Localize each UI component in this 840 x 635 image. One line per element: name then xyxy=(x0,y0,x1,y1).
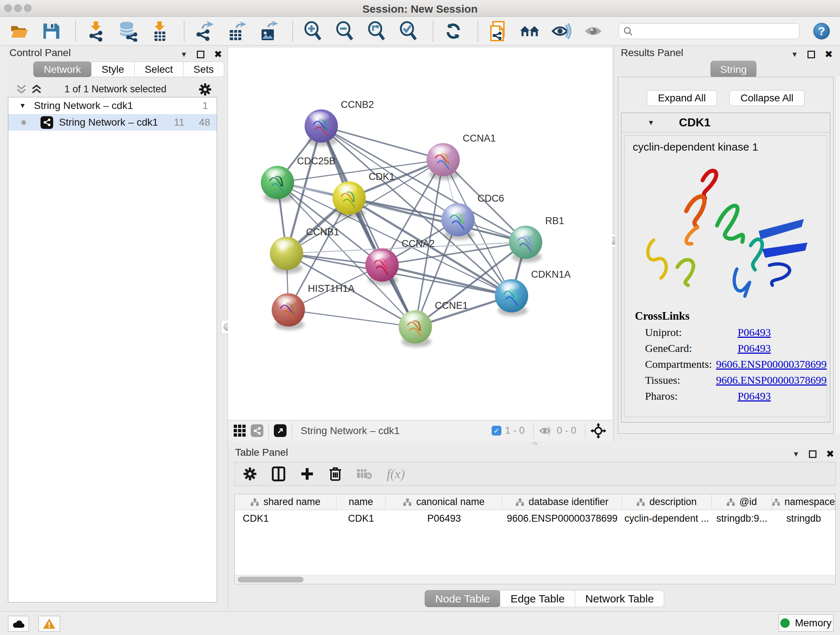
table-cell[interactable]: cyclin-dependent ... xyxy=(622,513,712,524)
export-image-button[interactable] xyxy=(257,21,279,42)
network-node-CDC6[interactable] xyxy=(441,203,475,240)
table-panel: Table Panel ▼ ✖ xyxy=(228,445,840,609)
panel-float-icon[interactable] xyxy=(809,450,816,458)
network-row-selected[interactable]: String Network – cdk1 11 48 xyxy=(8,114,217,131)
delete-column-icon[interactable] xyxy=(329,466,342,481)
collapse-all-button[interactable]: Collapse All xyxy=(729,90,805,106)
crosslink-value-link[interactable]: P06493 xyxy=(737,326,771,339)
tab-select[interactable]: Select xyxy=(134,62,183,77)
cloud-status-button[interactable] xyxy=(8,616,29,632)
collection-expand-icon[interactable]: ▼ xyxy=(19,102,26,110)
search-input[interactable] xyxy=(636,25,795,37)
panel-menu-icon[interactable]: ▼ xyxy=(791,50,798,59)
panel-close-icon[interactable]: ✖ xyxy=(826,449,834,459)
network-node-CCNE1[interactable] xyxy=(399,310,432,347)
birdseye-crosshair-icon[interactable] xyxy=(591,423,606,439)
search-field[interactable] xyxy=(619,23,799,39)
hide-selected-button[interactable] xyxy=(551,21,572,42)
zoom-out-button[interactable] xyxy=(334,21,355,42)
show-columns-icon[interactable] xyxy=(272,466,286,481)
node-label-CCNB1: CCNB1 xyxy=(306,226,339,238)
results-scrollbar[interactable] xyxy=(835,77,840,434)
panel-close-icon[interactable]: ✖ xyxy=(214,50,222,59)
network-overview-button[interactable] xyxy=(519,21,540,42)
table-cell[interactable]: stringdb xyxy=(772,513,835,524)
panel-menu-icon[interactable]: ▼ xyxy=(793,450,800,458)
tab-string[interactable]: String xyxy=(711,61,756,78)
crosslink-value-link[interactable]: P06493 xyxy=(737,342,771,355)
import-network-button[interactable] xyxy=(85,21,106,42)
panel-menu-icon[interactable]: ▼ xyxy=(180,50,188,59)
refresh-view-button[interactable] xyxy=(443,21,464,42)
expand-all-button[interactable]: Expand All xyxy=(647,90,717,106)
network-node-CCNA2[interactable] xyxy=(365,249,399,285)
zoom-selected-button[interactable] xyxy=(398,21,419,42)
tab-network[interactable]: Network xyxy=(33,62,92,77)
table-horizontal-scrollbar[interactable] xyxy=(235,575,835,584)
tab-node-table[interactable]: Node Table xyxy=(425,590,500,607)
panel-float-icon[interactable] xyxy=(807,51,815,58)
open-session-button[interactable] xyxy=(9,21,30,42)
memory-button[interactable]: Memory xyxy=(778,614,834,632)
zoom-fit-button[interactable] xyxy=(366,21,387,42)
add-column-icon[interactable] xyxy=(300,467,314,481)
table-cell[interactable]: stringdb:9... xyxy=(712,513,772,524)
save-session-button[interactable] xyxy=(41,21,62,42)
table-options-gear-icon[interactable] xyxy=(243,467,257,481)
string-style-icon[interactable] xyxy=(251,424,264,437)
network-node-CCNA1[interactable] xyxy=(426,143,460,180)
table-cell[interactable]: P06493 xyxy=(386,513,502,524)
warnings-button[interactable] xyxy=(38,616,60,632)
network-node-CCNB2[interactable] xyxy=(305,109,338,146)
network-canvas[interactable]: CCNB2CCNA1CDC25BCDK1CDC6RB1CCNB1CCNA2CDK… xyxy=(228,48,612,420)
crosslink-value-link[interactable]: 9606.ENSP00000378699 xyxy=(716,374,827,386)
export-table-button[interactable] xyxy=(226,21,247,42)
tab-edge-table[interactable]: Edge Table xyxy=(500,590,575,607)
column-header-databaseidentifier[interactable]: database identifier xyxy=(502,494,622,510)
selected-counts: 1 - 0 xyxy=(505,425,524,436)
column-header-namespace[interactable]: namespace xyxy=(772,494,835,510)
column-header-name[interactable]: name xyxy=(336,494,386,510)
zoom-in-button[interactable] xyxy=(302,21,324,42)
table-cell[interactable]: CDK1 xyxy=(235,513,336,524)
network-options-gear-icon[interactable] xyxy=(198,82,212,96)
network-node-CDC25B[interactable] xyxy=(261,166,294,203)
node-label-CDC6: CDC6 xyxy=(477,193,504,204)
tab-network-table[interactable]: Network Table xyxy=(575,590,665,607)
column-header-description[interactable]: description xyxy=(622,494,712,510)
import-table-button[interactable] xyxy=(149,21,170,42)
table-cell[interactable]: CDK1 xyxy=(336,513,386,524)
duplicate-network-button[interactable] xyxy=(488,21,508,42)
column-header-sharedname[interactable]: shared name xyxy=(235,494,336,510)
network-node-CDKN1A[interactable] xyxy=(495,279,528,316)
network-collection-row[interactable]: ▼ String Network – cdk1 1 xyxy=(8,97,217,114)
crosslink-value-link[interactable]: 9606.ENSP00000378699 xyxy=(716,358,827,371)
panel-float-icon[interactable] xyxy=(197,51,204,58)
grid-view-icon[interactable] xyxy=(234,424,246,437)
network-node-CCNB1[interactable] xyxy=(270,237,303,274)
help-button[interactable]: ? xyxy=(813,23,830,40)
network-node-CDK1[interactable] xyxy=(332,181,366,218)
panel-close-icon[interactable]: ✖ xyxy=(824,50,833,59)
show-all-button[interactable] xyxy=(583,21,604,42)
tab-style[interactable]: Style xyxy=(91,62,134,77)
export-image-icon xyxy=(258,21,278,42)
import-network-from-database-button[interactable] xyxy=(117,21,138,42)
network-edge[interactable] xyxy=(382,265,512,296)
export-network-button[interactable] xyxy=(194,21,215,42)
table-row[interactable]: CDK1CDK1P064939606.ENSP00000378699cyclin… xyxy=(235,510,835,527)
network-edge[interactable] xyxy=(349,198,526,242)
table-cell[interactable]: 9606.ENSP00000378699 xyxy=(502,513,622,524)
gene-section-header[interactable]: ▼ CDK1 xyxy=(622,113,830,133)
title-bar: Session: New Session xyxy=(0,0,840,17)
selected-nodes-checkbox[interactable]: ✓ xyxy=(492,426,501,435)
network-node-RB1[interactable] xyxy=(509,226,542,263)
tab-sets[interactable]: Sets xyxy=(183,62,224,77)
network-node-HIST1H1A[interactable] xyxy=(272,293,305,330)
gene-expand-icon[interactable]: ▼ xyxy=(647,119,654,127)
detach-view-icon[interactable] xyxy=(274,424,286,437)
crosslink-value-link[interactable]: P06493 xyxy=(737,390,771,402)
network-edge[interactable] xyxy=(288,310,415,327)
column-header-canonicalname[interactable]: canonical name xyxy=(386,494,502,510)
column-header-id[interactable]: @id xyxy=(712,494,772,510)
